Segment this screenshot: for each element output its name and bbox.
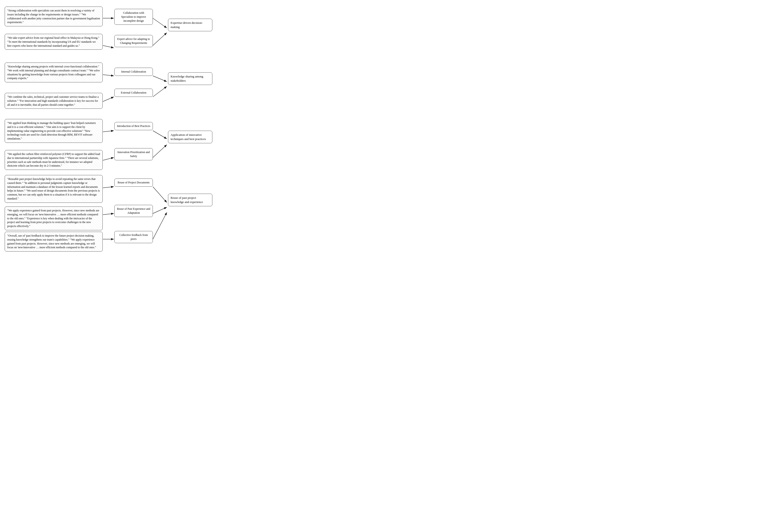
svg-line-12 [153,76,167,82]
mid-box-2: Expert advice for adapting to Changing R… [114,35,153,47]
diagram-container: "Strong collaboration with specialists c… [5,5,275,261]
svg-line-8 [103,214,114,215]
svg-line-13 [153,86,167,97]
quote-box-3: "Knowledge sharing among projects with i… [5,63,103,82]
svg-line-11 [153,33,167,45]
svg-line-6 [103,158,114,160]
quote-box-1: "Strong collaboration with specialists c… [5,7,103,26]
svg-line-16 [153,187,167,202]
svg-line-4 [103,97,114,102]
svg-line-5 [103,131,114,132]
svg-line-18 [153,212,167,239]
svg-line-7 [103,187,114,188]
quote-box-7: "Reusable past project knowledge helps t… [5,175,103,203]
mid-box-6: Innovation Prioritization and Safety [114,148,153,160]
mid-box-8: Reuse of Past Experience and Adaptation [114,205,153,217]
right-box-4: Reuse of past project knowledge and expe… [168,194,212,206]
svg-line-3 [103,75,114,76]
svg-line-15 [153,145,167,158]
svg-line-17 [153,207,167,214]
quote-box-8: "We apply experience gained from past pr… [5,206,103,230]
quote-box-5: "We applied lean thinking to manage the … [5,119,103,143]
quote-box-9: "Overall, use of 'past feedback to impro… [5,232,103,251]
right-box-3: Application of innovative techniques and… [168,131,212,143]
mid-box-7: Reuse of Project Documents [114,179,153,187]
right-box-2: Knowledge sharing among stakeholders [168,72,212,85]
quote-box-2: "We take expert advice from our regional… [5,34,103,50]
svg-line-2 [103,45,114,48]
mid-box-1: Collaboration with Specialists to improv… [114,9,153,25]
svg-line-14 [153,131,167,139]
quote-box-6: "We applied the carbon fibre reinforced … [5,150,103,170]
mid-box-4: External Collaboration [114,89,153,97]
mid-box-3: Internal Collaboration [114,68,153,76]
right-box-1: Expertise-driven decision-making [168,19,212,31]
mid-box-9: Collective feedback from peers [114,231,153,243]
quote-box-4: "We combine the sales, technical, projec… [5,93,103,109]
mid-box-5: Introduction of Best Practices [114,122,153,130]
svg-line-10 [153,18,167,28]
